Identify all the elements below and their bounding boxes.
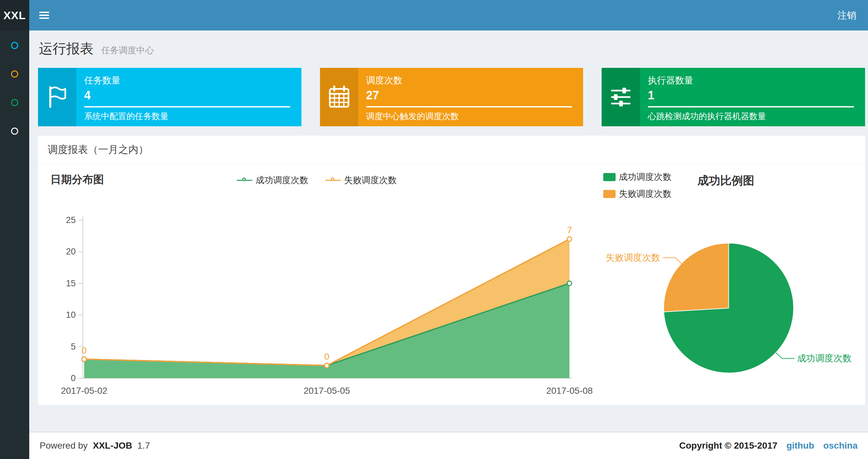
line-marker-icon (237, 180, 252, 181)
oschina-link[interactable]: oschina (823, 440, 858, 451)
main-content: 运行报表 任务调度中心 任务数量 4 系统中配置的任务数量 (29, 31, 868, 432)
sliders-icon (601, 68, 640, 126)
svg-text:5: 5 (71, 342, 76, 352)
info-box-description: 系统中配置的任务数量 (84, 111, 294, 122)
sidebar (0, 31, 29, 459)
product-version: 1.7 (137, 440, 150, 451)
info-box-content: 调度次数 27 调度中心触发的调度次数 (358, 68, 583, 126)
progress-bar (648, 106, 854, 107)
svg-text:10: 10 (66, 310, 76, 320)
line-marker-icon (325, 180, 341, 181)
pie-chart-title: 成功比例图 (698, 173, 754, 188)
svg-text:0: 0 (82, 346, 87, 356)
info-box-number: 1 (648, 89, 857, 102)
svg-text:20: 20 (66, 247, 76, 257)
logout-link[interactable]: 注销 (826, 0, 868, 31)
line-chart-title: 日期分布图 (50, 172, 104, 187)
flag-icon (38, 68, 76, 126)
footer: Powered by XXL-JOB 1.7 Copyright © 2015-… (29, 432, 868, 459)
svg-text:成功调度次数: 成功调度次数 (797, 353, 851, 363)
panel-body: 日期分布图 成功调度次数 失败调度次数 成功调度次数 失败调 (38, 164, 865, 405)
success-ratio-pie-chart: 成功调度次数失败调度次数 (590, 201, 868, 396)
svg-text:0: 0 (324, 352, 330, 362)
info-box-description: 心跳检测成功的执行器机器数量 (648, 111, 857, 122)
legend-item-fail[interactable]: 失败调度次数 (603, 188, 672, 200)
circle-icon (11, 99, 18, 106)
legend-item-success[interactable]: 成功调度次数 (603, 171, 672, 183)
info-box-content: 执行器数量 1 心跳检测成功的执行器机器数量 (640, 68, 865, 126)
report-panel: 调度报表（一月之内） 日期分布图 成功调度次数 失败调度次数 成功调度次数 (38, 136, 865, 405)
svg-text:2017-05-05: 2017-05-05 (303, 386, 350, 396)
info-box-description: 调度中心触发的调度次数 (366, 111, 576, 122)
info-box-job-count: 任务数量 4 系统中配置的任务数量 (38, 68, 302, 126)
powered-by-prefix: Powered by (40, 440, 88, 451)
info-box-row: 任务数量 4 系统中配置的任务数量 调度次数 27 调度中心触发的调度次数 (38, 68, 865, 126)
legend-label: 失败调度次数 (619, 188, 672, 200)
hamburger-icon (39, 10, 49, 21)
svg-text:15: 15 (66, 278, 76, 288)
info-box-title: 调度次数 (366, 74, 576, 87)
copyright: Copyright © 2015-2017 github oschina (679, 440, 858, 451)
copyright-text: Copyright © 2015-2017 (679, 440, 777, 451)
legend-item-fail[interactable]: 失败调度次数 (325, 174, 397, 186)
info-box-number: 4 (84, 89, 294, 102)
top-navbar: XXL 注销 (0, 0, 868, 31)
circle-icon (11, 42, 18, 49)
svg-text:25: 25 (66, 215, 76, 225)
info-box-title: 执行器数量 (648, 74, 857, 87)
calendar-icon (320, 68, 358, 126)
svg-text:失败调度次数: 失败调度次数 (606, 253, 660, 263)
legend-label: 成功调度次数 (619, 171, 672, 183)
info-box-executor-count: 执行器数量 1 心跳检测成功的执行器机器数量 (601, 68, 865, 126)
legend-label: 成功调度次数 (256, 174, 308, 186)
content-header: 运行报表 任务调度中心 (39, 40, 154, 58)
line-chart-legend: 成功调度次数 失败调度次数 (237, 174, 397, 186)
pie-chart-legend: 成功调度次数 失败调度次数 (603, 171, 672, 205)
info-box-content: 任务数量 4 系统中配置的任务数量 (76, 68, 302, 126)
legend-swatch-icon (603, 190, 616, 198)
info-box-title: 任务数量 (84, 74, 294, 87)
progress-bar (84, 106, 290, 107)
svg-text:0: 0 (71, 373, 76, 383)
sidebar-toggle-button[interactable] (29, 0, 59, 31)
legend-swatch-icon (603, 173, 616, 181)
powered-by: Powered by XXL-JOB 1.7 (40, 440, 150, 451)
info-box-trigger-count: 调度次数 27 调度中心触发的调度次数 (320, 68, 583, 126)
legend-item-success[interactable]: 成功调度次数 (237, 174, 308, 186)
svg-text:2017-05-08: 2017-05-08 (546, 386, 592, 396)
app-logo[interactable]: XXL (0, 0, 29, 31)
sidebar-item-2[interactable] (0, 60, 29, 88)
page-subtitle: 任务调度中心 (101, 45, 154, 55)
page-title: 运行报表 (39, 41, 94, 56)
app-logo-text: XXL (3, 9, 26, 22)
circle-icon (11, 70, 18, 77)
sidebar-item-4[interactable] (0, 117, 29, 145)
svg-text:7: 7 (567, 225, 572, 235)
panel-title: 调度报表（一月之内） (38, 136, 865, 164)
svg-text:2017-05-02: 2017-05-02 (61, 386, 107, 396)
date-distribution-chart: 05101520252017-05-022017-05-052017-05-08… (44, 196, 597, 411)
product-name: XXL-JOB (93, 440, 132, 451)
circle-icon (11, 128, 18, 135)
github-link[interactable]: github (786, 440, 814, 451)
sidebar-menu (0, 31, 29, 145)
info-box-number: 27 (366, 89, 576, 102)
legend-label: 失败调度次数 (344, 174, 397, 186)
progress-bar (366, 106, 572, 107)
sidebar-item-1[interactable] (0, 31, 29, 60)
sidebar-item-3[interactable] (0, 88, 29, 117)
